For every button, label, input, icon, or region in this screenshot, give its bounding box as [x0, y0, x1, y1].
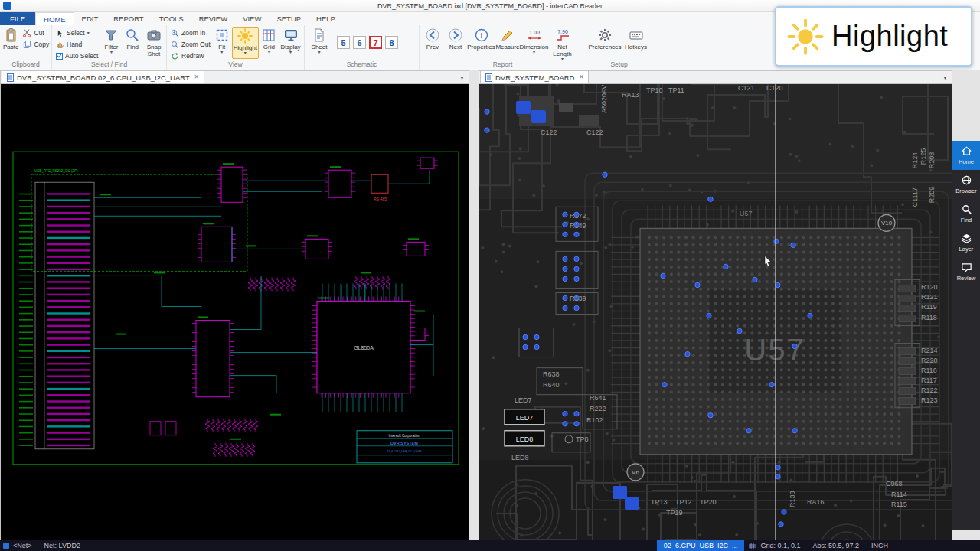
status-units[interactable]: INCH [871, 542, 888, 549]
net-type-icon [3, 543, 9, 549]
hotkeys-button[interactable]: Hotkeys [622, 27, 649, 59]
grid-button[interactable]: Grid ▾ [260, 27, 278, 59]
properties-button[interactable]: i Properties [468, 27, 495, 59]
snap-shot-button[interactable]: Snap Shot [144, 27, 164, 59]
fit-icon [214, 28, 230, 43]
net-length-icon: 7.90 [555, 28, 570, 43]
menu-item-edit[interactable]: EDIT [74, 12, 106, 25]
pcb-tabbar: DVR_SYSTEM_BOARD × ▼ [479, 70, 952, 84]
zoom-out-button[interactable]: Zoom Out [169, 39, 212, 50]
net-length-button[interactable]: 7.90 Net Length ▾ [549, 27, 576, 62]
status-net-type[interactable]: <Net> [13, 542, 32, 549]
grid-toggle-icon[interactable] [749, 543, 756, 549]
report-group-label: Report [420, 60, 586, 70]
sheet-number-6[interactable]: 6 [353, 36, 366, 49]
layers-icon [961, 233, 972, 244]
sidebar-item-layer[interactable]: Layer [952, 228, 980, 257]
document-icon [485, 73, 492, 82]
close-icon[interactable]: × [194, 73, 199, 81]
hand-icon [56, 41, 64, 49]
measure-button[interactable]: Measure [496, 27, 519, 59]
sidebar-item-label: Browser [956, 187, 977, 194]
hand-button[interactable]: Hand [54, 39, 100, 50]
search-icon [961, 204, 972, 215]
sidebar-item-find[interactable]: Find [952, 199, 980, 228]
svg-text:TP11: TP11 [668, 86, 684, 94]
fit-button[interactable]: Fit ▾ [214, 27, 230, 59]
tab-schematic[interactable]: DVR_SYSTEM_BOARD:02_6.CPU_USB_I2C_UART × [2, 70, 204, 83]
highlight-button[interactable]: Highlight ▾ [232, 27, 259, 59]
menu-item-home[interactable]: HOME [35, 12, 74, 25]
sidebar-item-home[interactable]: Home [952, 141, 980, 170]
tab-list-chevron-icon[interactable]: ▼ [459, 75, 469, 80]
select-button[interactable]: Select ▾ [54, 28, 100, 38]
right-sidebar: HomeBrowserFindLayerReview [952, 141, 980, 530]
sheet-number-7[interactable]: 7 [369, 36, 382, 49]
sheet-button[interactable]: Sheet ▾ [307, 27, 332, 59]
svg-text:R214: R214 [921, 347, 937, 354]
svg-text:1.00: 1.00 [529, 30, 540, 35]
schematic-group-label: Schematic [305, 60, 419, 70]
next-button[interactable]: Next [445, 27, 466, 59]
sidebar-item-review[interactable]: Review [952, 257, 980, 286]
document-icon [7, 73, 14, 82]
prev-button[interactable]: Prev [422, 27, 443, 59]
menu-item-help[interactable]: HELP [309, 12, 343, 25]
svg-text:7.90: 7.90 [557, 29, 568, 34]
prev-label: Prev [426, 44, 439, 51]
tab-pcb[interactable]: DVR_SYSTEM_BOARD × [480, 70, 589, 83]
svg-text:TP19: TP19 [666, 509, 682, 517]
menu-item-view[interactable]: VIEW [235, 12, 269, 25]
status-net-name: Net: LVDD2 [44, 542, 80, 549]
sheet-number-8[interactable]: 8 [385, 36, 398, 49]
menu-item-file[interactable]: FILE [0, 12, 35, 25]
paste-button[interactable]: Paste [2, 27, 19, 59]
cut-button[interactable]: Cut [21, 28, 51, 38]
close-icon[interactable]: × [579, 73, 583, 81]
copy-button[interactable]: Copy [21, 39, 51, 50]
filter-button[interactable]: Filter ▾ [101, 27, 121, 59]
dimension-button[interactable]: 1.00 Dimension ▾ [521, 27, 547, 59]
svg-text:V6: V6 [632, 469, 639, 476]
sheet-number-5[interactable]: 5 [337, 36, 350, 49]
find-button[interactable]: Find [122, 27, 142, 59]
find-label: Find [126, 44, 139, 51]
select-label: Select [67, 29, 85, 37]
status-sheet-name[interactable]: 02_6.CPU_USB_I2C_... [657, 540, 745, 551]
zoom-in-icon [171, 29, 179, 37]
schematic-main-chip-label: GL850A [354, 345, 374, 350]
snap-shot-label: Snap Shot [145, 44, 163, 57]
sidebar-item-browser[interactable]: Browser [952, 170, 980, 199]
schematic-canvas[interactable]: USB_RTC_RS232_I2C (2P)RS-485GL850AInters… [1, 84, 469, 540]
menu-item-setup[interactable]: SETUP [269, 12, 309, 25]
tab-schematic-label: DVR_SYSTEM_BOARD:02_6.CPU_USB_I2C_UART [17, 73, 190, 82]
zoom-in-button[interactable]: Zoom In [169, 28, 212, 38]
next-label: Next [449, 44, 462, 51]
display-button[interactable]: Display ▾ [279, 27, 302, 59]
schematic-tabbar: DVR_SYSTEM_BOARD:02_6.CPU_USB_I2C_UART ×… [0, 70, 469, 84]
pencil-icon [500, 28, 515, 43]
menu-item-tools[interactable]: TOOLS [152, 12, 191, 25]
svg-text:RA16: RA16 [807, 498, 824, 506]
menu-item-review[interactable]: REVIEW [191, 12, 235, 25]
svg-text:V10: V10 [881, 220, 893, 227]
auto-select-checkbox[interactable]: Auto Select [54, 51, 100, 61]
redraw-button[interactable]: Redraw [169, 51, 212, 61]
status-abs: Abs: 59.5, 97.2 [812, 542, 859, 549]
ribbon-group-view: Zoom In Zoom Out Redraw [167, 25, 305, 70]
svg-text:TP10: TP10 [646, 86, 662, 94]
zoom-in-label: Zoom In [181, 29, 205, 37]
svg-text:RA13: RA13 [622, 91, 639, 99]
svg-text:A5020AV: A5020AV [600, 85, 608, 113]
menu-item-report[interactable]: REPORT [106, 12, 151, 25]
search-icon [125, 28, 140, 43]
pcb-canvas[interactable]: U57LED7LED8V10V6C122C122A5020AVRA13TP10T… [479, 84, 952, 540]
hotkeys-label: Hotkeys [625, 44, 647, 51]
dimension-icon: 1.00 [527, 28, 542, 43]
svg-text:TP12: TP12 [675, 498, 691, 506]
sidebar-item-label: Find [961, 217, 972, 223]
preferences-button[interactable]: Preferences [589, 27, 621, 59]
tab-list-chevron-icon[interactable]: ▼ [942, 75, 952, 80]
sheet-numbers: 5678 [337, 36, 398, 49]
zoom-out-label: Zoom Out [181, 41, 211, 48]
